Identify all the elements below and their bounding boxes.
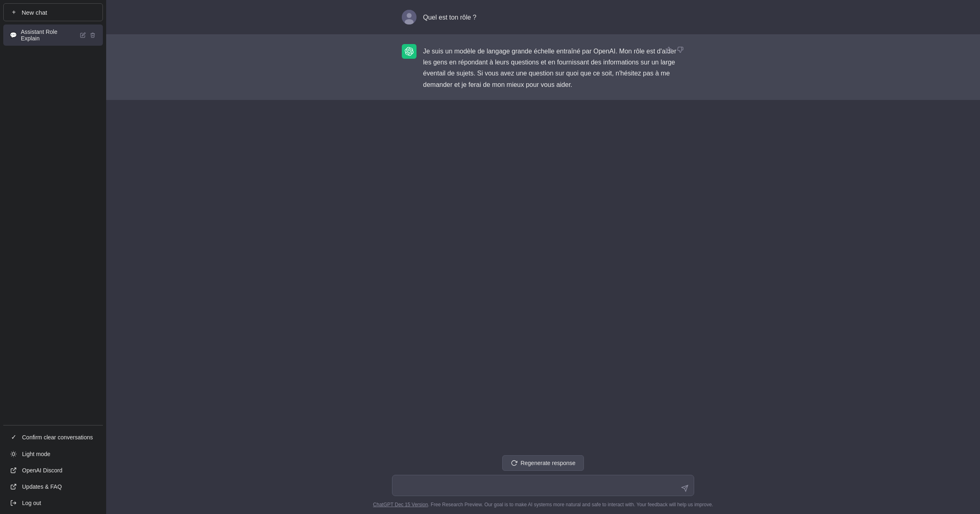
svg-line-3 [11, 452, 12, 452]
logout-icon [10, 500, 17, 506]
user-message-inner: Quel est ton rôle ? [392, 10, 694, 24]
chat-icon: 💬 [10, 32, 17, 38]
send-button[interactable] [679, 483, 690, 494]
sun-icon [10, 451, 17, 457]
assistant-avatar [402, 44, 416, 59]
checkmark-icon: ✓ [10, 433, 17, 441]
light-mode-label: Light mode [22, 451, 50, 457]
regenerate-button[interactable]: Regenerate response [502, 455, 584, 471]
confirm-clear-label: Confirm clear conversations [22, 434, 93, 441]
regenerate-icon [511, 460, 517, 466]
send-icon [681, 485, 688, 492]
delete-conversation-button[interactable] [89, 31, 96, 39]
sidebar: + New chat 💬 Assistant Role Explain [0, 0, 106, 514]
svg-line-7 [11, 456, 12, 456]
footer-text: ChatGPT Dec 15 Version. Free Research Pr… [373, 502, 713, 511]
new-chat-button[interactable]: + New chat [3, 3, 103, 21]
svg-line-10 [13, 484, 16, 487]
chat-input[interactable] [392, 475, 694, 496]
svg-line-4 [15, 456, 16, 456]
footer-link[interactable]: ChatGPT Dec 15 Version [373, 502, 428, 507]
user-avatar [402, 10, 416, 24]
assistant-message-row: Je suis un modèle de langage grande éche… [106, 34, 980, 100]
conversation-item[interactable]: 💬 Assistant Role Explain [3, 24, 103, 46]
svg-line-9 [13, 468, 16, 471]
external-link-icon-2 [10, 483, 17, 490]
confirm-clear-button[interactable]: ✓ Confirm clear conversations [3, 429, 103, 445]
thumbs-up-button[interactable] [665, 46, 673, 55]
svg-line-8 [15, 452, 16, 452]
new-chat-label: New chat [22, 9, 47, 16]
sidebar-divider [3, 425, 103, 425]
main-area: Quel est ton rôle ? Je suis un modèle de… [106, 0, 980, 514]
updates-faq-button[interactable]: Updates & FAQ [3, 479, 103, 494]
conversation-list: 💬 Assistant Role Explain [3, 24, 103, 422]
external-link-icon [10, 467, 17, 474]
svg-point-0 [12, 453, 15, 456]
conversation-actions [79, 31, 96, 39]
discord-label: OpenAI Discord [22, 467, 62, 474]
assistant-message-inner: Je suis un modèle de langage grande éche… [392, 44, 694, 90]
user-message-text: Quel est ton rôle ? [423, 10, 477, 23]
input-row [392, 475, 694, 498]
assistant-message-text: Je suis un modèle de langage grande éche… [423, 44, 684, 90]
thumbs-down-button[interactable] [676, 46, 684, 55]
bottom-area: Regenerate response ChatGPT Dec 15 Versi… [106, 449, 980, 514]
discord-button[interactable]: OpenAI Discord [3, 463, 103, 478]
plus-icon: + [10, 9, 18, 16]
log-out-button[interactable]: Log out [3, 495, 103, 511]
edit-conversation-button[interactable] [79, 31, 87, 39]
user-message-row: Quel est ton rôle ? [106, 0, 980, 34]
chat-messages: Quel est ton rôle ? Je suis un modèle de… [106, 0, 980, 449]
light-mode-button[interactable]: Light mode [3, 446, 103, 462]
regenerate-label: Regenerate response [521, 460, 576, 466]
updates-faq-label: Updates & FAQ [22, 483, 62, 490]
feedback-icons [665, 46, 684, 55]
footer-description: . Free Research Preview. Our goal is to … [428, 502, 713, 507]
log-out-label: Log out [22, 500, 41, 506]
sidebar-bottom-menu: ✓ Confirm clear conversations Light mode [3, 429, 103, 511]
svg-point-13 [407, 13, 412, 18]
conversation-title: Assistant Role Explain [21, 29, 75, 42]
